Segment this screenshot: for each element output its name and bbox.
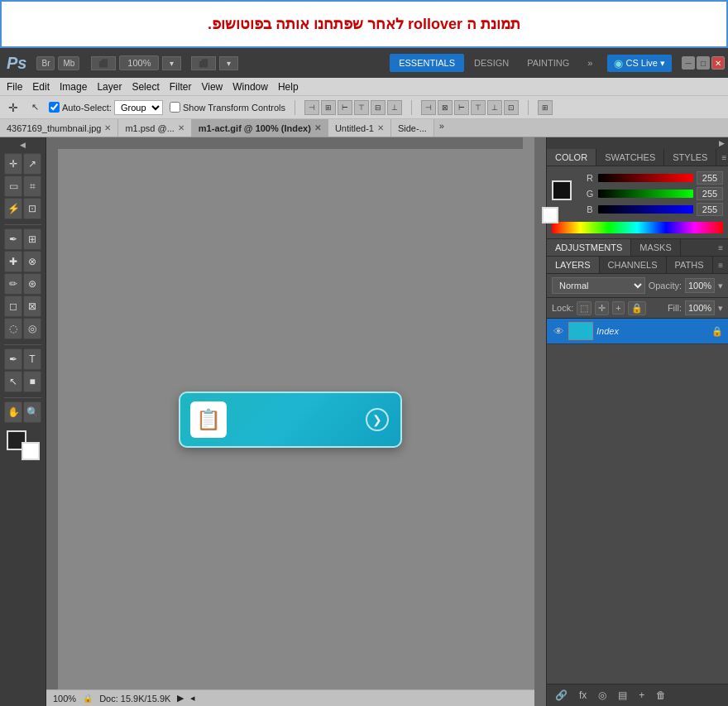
fill-input[interactable] <box>685 300 715 315</box>
tab-essentials[interactable]: ESSENTIALS <box>390 54 464 72</box>
menu-select[interactable]: Select <box>132 81 159 93</box>
clone-tool[interactable]: ⊗ <box>23 251 41 272</box>
tab-swatches[interactable]: SWATCHES <box>596 149 664 166</box>
tab-more[interactable]: » <box>579 55 601 71</box>
tab-layers[interactable]: LAYERS <box>547 257 600 273</box>
menu-edit[interactable]: Edit <box>32 81 50 93</box>
tab-channels[interactable]: CHANNELS <box>600 257 667 273</box>
tab-m1actgif[interactable]: m1-act.gif @ 100% (Index) ✕ <box>192 119 328 137</box>
fg-swatch[interactable] <box>552 180 572 200</box>
layout-arrow-button[interactable]: ▾ <box>219 56 238 70</box>
color-panel-menu-icon[interactable]: ≡ <box>716 150 728 166</box>
tab-thumbnail[interactable]: 4367169_thumbnail.jpg ✕ <box>0 119 118 137</box>
tools-collapse-btn[interactable]: ◀ <box>20 141 26 149</box>
link-layers-btn[interactable]: 🔗 <box>552 688 571 703</box>
distribute-top-icon[interactable]: ⊤ <box>471 100 486 115</box>
distribute-h-icon[interactable]: ⊠ <box>438 100 453 115</box>
ruler-tool[interactable]: ⊞ <box>23 228 41 250</box>
layout-button[interactable]: ⬛ <box>191 56 216 70</box>
minimize-button[interactable]: ─ <box>682 56 695 70</box>
hand-tool[interactable]: ✋ <box>4 401 22 423</box>
distribute-right-icon[interactable]: ⊢ <box>454 100 469 115</box>
lasso-tool[interactable]: ⌗ <box>23 175 41 197</box>
canvas-content[interactable]: 📋 ❯ <box>58 149 523 689</box>
distribute-bottom-icon[interactable]: ⊡ <box>504 100 519 115</box>
align-left-icon[interactable]: ⊣ <box>304 100 319 115</box>
distribute-v-icon[interactable]: ⊥ <box>487 100 502 115</box>
red-channel-value[interactable] <box>697 171 723 185</box>
auto-select-checkbox[interactable] <box>49 102 60 113</box>
cs-live-button[interactable]: ◉ CS Live ▾ <box>607 55 672 72</box>
align-top-icon[interactable]: ⊤ <box>354 100 369 115</box>
history-brush-tool[interactable]: ⊛ <box>23 273 41 295</box>
show-transform-checkbox[interactable] <box>170 102 180 113</box>
align-center-h-icon[interactable]: ⊞ <box>321 100 336 115</box>
text-tool[interactable]: T <box>23 348 41 370</box>
green-channel-bar[interactable] <box>598 190 693 198</box>
new-group-btn[interactable]: ▤ <box>615 688 630 703</box>
status-scroll-left[interactable]: ◂ <box>190 693 195 704</box>
crop-tool[interactable]: ⊡ <box>23 198 41 219</box>
green-channel-value[interactable] <box>697 187 723 200</box>
maximize-button[interactable]: □ <box>697 56 710 70</box>
adjustments-menu-icon[interactable]: ≡ <box>713 240 728 256</box>
tab-paths[interactable]: PATHS <box>667 257 713 273</box>
tab-m1actgif-close[interactable]: ✕ <box>314 123 321 132</box>
zoom-input[interactable] <box>119 55 159 70</box>
tab-styles[interactable]: STYLES <box>664 149 716 166</box>
lock-position-btn[interactable]: ✛ <box>595 301 609 315</box>
eraser-tool[interactable]: ◻ <box>4 295 22 317</box>
lock-all-btn[interactable]: + <box>612 301 624 315</box>
distribute-left-icon[interactable]: ⊣ <box>421 100 436 115</box>
pen-tool[interactable]: ✒ <box>4 348 22 370</box>
tab-thumbnail-close[interactable]: ✕ <box>104 123 111 132</box>
layers-menu-icon[interactable]: ≡ <box>713 257 728 273</box>
blur-tool[interactable]: ◌ <box>4 318 22 339</box>
align-bottom-icon[interactable]: ⊥ <box>387 100 402 115</box>
align-right-icon[interactable]: ⊢ <box>338 100 352 115</box>
menu-file[interactable]: File <box>7 81 22 93</box>
bridge-button[interactable]: Br <box>36 56 55 70</box>
layer-visibility-icon[interactable]: 👁 <box>552 325 565 338</box>
dodge-tool[interactable]: ◎ <box>23 318 41 339</box>
shape-tool[interactable]: ■ <box>23 371 41 392</box>
new-fill-layer-btn[interactable]: ◎ <box>595 688 610 703</box>
tabs-overflow-button[interactable]: » <box>434 119 449 137</box>
tab-adjustments[interactable]: ADJUSTMENTS <box>547 239 631 256</box>
delete-layer-btn[interactable]: 🗑 <box>653 688 669 703</box>
tab-masks[interactable]: MASKS <box>631 239 681 256</box>
opacity-arrow[interactable]: ▾ <box>718 281 723 291</box>
tab-m1psd[interactable]: m1.psd @... ✕ <box>118 119 191 137</box>
mini-bridge-button[interactable]: Mb <box>58 56 79 70</box>
menu-image[interactable]: Image <box>60 81 87 93</box>
color-spectrum[interactable] <box>552 222 723 233</box>
tab-side[interactable]: Side-... <box>391 119 434 137</box>
red-channel-bar[interactable] <box>598 174 693 182</box>
tab-m1psd-close[interactable]: ✕ <box>178 123 184 132</box>
lock-pixels-btn[interactable]: ⬚ <box>577 301 592 315</box>
blue-channel-bar[interactable] <box>598 205 693 214</box>
blue-channel-value[interactable] <box>697 203 723 216</box>
blend-mode-dropdown[interactable]: Normal <box>552 277 645 294</box>
move-tool[interactable]: ✛ <box>4 153 22 175</box>
fx-btn[interactable]: fx <box>576 688 590 703</box>
tab-untitled[interactable]: Untitled-1 ✕ <box>328 119 391 137</box>
menu-layer[interactable]: Layer <box>97 81 122 93</box>
right-panel-collapse[interactable]: ▶ <box>719 139 725 147</box>
marquee-tool[interactable]: ▭ <box>4 175 22 197</box>
background-color[interactable] <box>22 442 40 460</box>
auto-select-dropdown[interactable]: Group Layer <box>114 100 163 115</box>
view-mode-button[interactable]: ⬛ <box>91 56 116 70</box>
menu-filter[interactable]: Filter <box>170 81 192 93</box>
eyedropper-tool[interactable]: ✒ <box>4 228 22 250</box>
tab-design[interactable]: DESIGN <box>466 55 517 71</box>
tab-painting[interactable]: PAINTING <box>519 55 577 71</box>
artboard-tool[interactable]: ↗ <box>23 153 41 175</box>
brush-tool[interactable]: ✏ <box>4 273 22 295</box>
bg-swatch[interactable] <box>542 207 558 223</box>
zoom-arrow-button[interactable]: ▾ <box>162 56 181 70</box>
menu-help[interactable]: Help <box>278 81 299 93</box>
new-layer-btn[interactable]: + <box>635 688 648 703</box>
tab-color[interactable]: COLOR <box>547 149 596 166</box>
menu-window[interactable]: Window <box>232 81 268 93</box>
